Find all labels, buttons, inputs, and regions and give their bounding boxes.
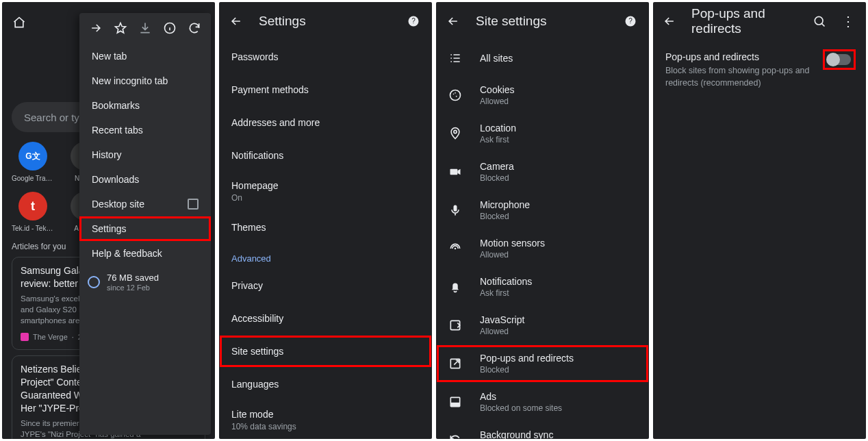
section-header-advanced: Advanced <box>219 244 432 269</box>
menu-item-history[interactable]: History <box>79 142 211 167</box>
site-setting-label: Location <box>480 123 516 134</box>
menu-item-desktop-site[interactable]: Desktop site <box>79 192 211 216</box>
settings-item-payment-methods[interactable]: Payment methods <box>219 73 432 106</box>
svg-text:?: ? <box>628 17 633 25</box>
site-setting-status: Allowed <box>480 327 524 336</box>
menu-item-help-feedback[interactable]: Help & feedback <box>79 241 211 266</box>
site-setting-label: Background sync <box>480 429 553 439</box>
settings-item-addresses-and-more[interactable]: Addresses and more <box>219 106 432 139</box>
svg-point-9 <box>454 130 457 133</box>
shortcut-tekid[interactable]: t Tek.id - Tekn… <box>12 192 54 232</box>
gauge-icon <box>88 276 100 288</box>
source-icon <box>21 333 29 341</box>
site-setting-label: Pop-ups and redirects <box>480 353 574 364</box>
more-icon[interactable] <box>841 13 855 29</box>
site-setting-all-sites[interactable]: All sites <box>436 40 649 76</box>
back-icon[interactable] <box>446 14 461 28</box>
settings-item-lite-mode[interactable]: Lite mode10% data savings <box>219 401 432 439</box>
settings-item-site-settings[interactable]: Site settings <box>219 335 432 368</box>
menu-item-label: New tab <box>92 51 127 62</box>
panel-chrome-home: Search or type web address G文 Google Tra… <box>2 2 215 439</box>
settings-item-notifications[interactable]: Notifications <box>219 139 432 172</box>
site-setting-label: Ads <box>480 391 562 402</box>
page-title: Site settings <box>476 14 547 29</box>
translate-icon: G文 <box>18 142 47 171</box>
site-setting-ads[interactable]: AdsBlocked on some sites <box>436 383 649 421</box>
checkbox-icon[interactable] <box>188 199 199 210</box>
settings-item-label: Accessibility <box>231 313 283 324</box>
site-setting-status: Blocked <box>480 173 514 183</box>
sync-icon <box>447 433 463 439</box>
menu-item-label: Downloads <box>92 174 139 185</box>
settings-item-sub: On <box>231 193 242 203</box>
site-setting-camera[interactable]: CameraBlocked <box>436 153 649 191</box>
settings-item-homepage[interactable]: HomepageOn <box>219 172 432 211</box>
highlight-box <box>825 51 854 68</box>
shortcut-google-translate[interactable]: G文 Google Trans… <box>12 142 54 182</box>
svg-rect-11 <box>454 205 457 212</box>
header: Settings ? <box>219 2 432 40</box>
star-icon[interactable] <box>114 21 127 37</box>
site-setting-cookies[interactable]: CookiesAllowed <box>436 76 649 114</box>
js-icon <box>447 318 463 332</box>
site-setting-background-sync[interactable]: Background syncAllowed <box>436 421 649 439</box>
settings-item-label: Privacy <box>231 280 263 291</box>
help-icon[interactable]: ? <box>623 14 638 28</box>
tekid-icon: t <box>18 192 47 220</box>
menu-item-label: History <box>92 149 122 160</box>
list-icon <box>447 51 463 65</box>
popups-toggle-row: Pop-ups and redirects Block sites from s… <box>665 51 854 89</box>
motion-icon <box>447 242 463 255</box>
menu-item-downloads[interactable]: Downloads <box>79 167 211 192</box>
svg-point-7 <box>456 96 457 97</box>
settings-item-passwords[interactable]: Passwords <box>219 40 432 73</box>
back-icon[interactable] <box>229 14 244 28</box>
menu-item-settings[interactable]: Settings <box>79 216 211 241</box>
site-setting-label: Camera <box>480 161 514 172</box>
popups-toggle[interactable] <box>828 54 851 65</box>
site-setting-label: Microphone <box>480 199 530 210</box>
settings-item-privacy[interactable]: Privacy <box>219 269 432 302</box>
svg-point-5 <box>450 90 461 101</box>
menu-item-label: Help & feedback <box>92 248 162 259</box>
settings-item-label: Lite mode <box>231 409 273 420</box>
site-setting-notifications[interactable]: NotificationsAsk first <box>436 268 649 306</box>
site-setting-pop-ups-and-redirects[interactable]: Pop-ups and redirectsBlocked <box>436 344 649 383</box>
home-icon[interactable] <box>12 16 27 29</box>
menu-item-label: New incognito tab <box>92 75 168 86</box>
settings-item-label: Addresses and more <box>231 117 320 128</box>
settings-item-themes[interactable]: Themes <box>219 211 432 244</box>
site-setting-microphone[interactable]: MicrophoneBlocked <box>436 191 649 229</box>
site-setting-status: Blocked <box>480 212 530 221</box>
svg-rect-16 <box>450 403 459 407</box>
site-setting-motion-sensors[interactable]: Motion sensorsAllowed <box>436 229 649 268</box>
download-icon[interactable] <box>138 21 152 37</box>
menu-item-recent-tabs[interactable]: Recent tabs <box>79 118 211 142</box>
settings-item-label: Homepage <box>231 180 279 191</box>
settings-item-label: Site settings <box>231 346 283 357</box>
settings-item-label: Notifications <box>231 150 283 161</box>
info-icon[interactable] <box>163 21 177 37</box>
search-icon[interactable] <box>813 14 826 28</box>
menu-item-label: Recent tabs <box>92 125 143 136</box>
location-icon <box>447 127 463 140</box>
help-icon[interactable]: ? <box>406 14 421 28</box>
site-setting-status: Blocked <box>480 365 574 375</box>
page-title: Pop-ups and redirects <box>691 6 782 36</box>
site-setting-location[interactable]: LocationAsk first <box>436 114 649 153</box>
page-title: Settings <box>259 14 306 29</box>
svg-point-12 <box>455 248 457 250</box>
site-setting-javascript[interactable]: JavaScriptAllowed <box>436 306 649 344</box>
svg-text:?: ? <box>411 17 416 25</box>
settings-item-accessibility[interactable]: Accessibility <box>219 302 432 335</box>
menu-item-new-incognito-tab[interactable]: New incognito tab <box>79 68 211 93</box>
menu-item-new-tab[interactable]: New tab <box>79 44 211 68</box>
data-saver-row[interactable]: 76 MB saved since 12 Feb <box>79 266 211 302</box>
forward-icon[interactable] <box>89 21 103 37</box>
back-icon[interactable] <box>663 14 676 28</box>
data-saved-label: 76 MB saved <box>107 273 159 284</box>
site-setting-status: Blocked on some sites <box>480 403 562 413</box>
settings-item-languages[interactable]: Languages <box>219 368 432 401</box>
menu-item-bookmarks[interactable]: Bookmarks <box>79 93 211 118</box>
reload-icon[interactable] <box>188 21 201 37</box>
